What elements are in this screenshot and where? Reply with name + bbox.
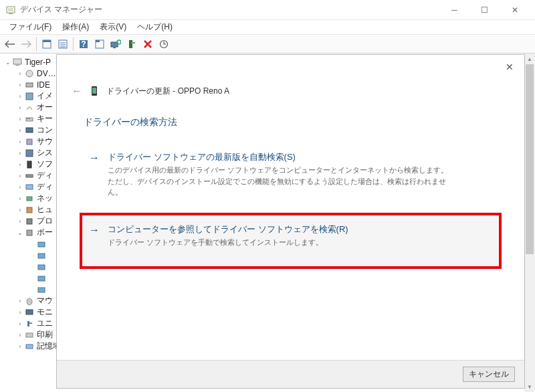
- svg-rect-47: [26, 345, 33, 349]
- details-icon[interactable]: [39, 37, 54, 52]
- caret-icon[interactable]: ›: [16, 161, 24, 168]
- cancel-button[interactable]: キャンセル: [463, 367, 515, 382]
- device-category-icon: [24, 114, 35, 124]
- dialog-title: ドライバーの更新 - OPPO Reno A: [106, 86, 229, 97]
- computer-icon: [12, 57, 23, 68]
- svg-point-21: [26, 70, 33, 77]
- tree-item-label: イメ: [37, 90, 53, 102]
- svg-rect-12: [96, 40, 100, 42]
- device-category-icon: [24, 91, 35, 102]
- option-auto-desc: このデバイス用の最新のドライバー ソフトウェアをコンピューターとインターネットか…: [108, 165, 449, 198]
- help-icon[interactable]: ?: [76, 37, 91, 52]
- caret-icon[interactable]: ›: [16, 332, 24, 338]
- back-icon[interactable]: [3, 37, 17, 52]
- caret-icon[interactable]: ›: [16, 184, 24, 191]
- caret-icon[interactable]: ›: [16, 320, 24, 327]
- wizard-icon[interactable]: [124, 37, 139, 52]
- menu-action[interactable]: 操作(A): [57, 20, 94, 34]
- caret-down-icon[interactable]: ⌄: [4, 59, 12, 66]
- scrollbar-thumb[interactable]: [526, 64, 534, 254]
- caret-icon[interactable]: ›: [16, 127, 24, 134]
- device-category-icon: [24, 102, 35, 113]
- svg-rect-34: [27, 207, 32, 213]
- tree-item-label: ネッ: [37, 193, 53, 204]
- caret-icon[interactable]: ›: [16, 93, 24, 100]
- dialog-heading: ドライバーの検索方法: [84, 116, 498, 128]
- svg-rect-46: [26, 333, 33, 337]
- svg-rect-41: [38, 288, 45, 292]
- scrollbar-track[interactable]: [524, 64, 535, 381]
- scroll-down-icon[interactable]: ▼: [524, 381, 535, 392]
- caret-icon[interactable]: ›: [16, 138, 24, 145]
- caret-icon[interactable]: ›: [16, 195, 24, 202]
- svg-rect-17: [131, 42, 135, 43]
- caret-icon[interactable]: ›: [16, 298, 24, 304]
- dialog-close-button[interactable]: ✕: [503, 60, 516, 74]
- caret-icon[interactable]: ›: [16, 173, 24, 179]
- svg-rect-43: [26, 310, 33, 314]
- tree-item-label: IDE: [37, 80, 50, 90]
- svg-rect-40: [38, 276, 45, 281]
- svg-rect-39: [38, 265, 45, 270]
- svg-rect-2: [8, 8, 13, 11]
- caret-icon[interactable]: ›: [16, 150, 24, 157]
- option-auto-search[interactable]: → ドライバー ソフトウェアの最新版を自動検索(S) このデバイス用の最新のドラ…: [84, 144, 498, 205]
- svg-rect-19: [13, 59, 21, 64]
- option-browse-desc: ドライバー ソフトウェアを手動で検索してインストールします。: [108, 237, 348, 248]
- svg-rect-30: [27, 161, 31, 168]
- scroll-up-icon[interactable]: ▲: [524, 54, 535, 64]
- forward-icon[interactable]: [19, 37, 33, 52]
- caret-icon[interactable]: ›: [16, 104, 24, 111]
- caret-icon[interactable]: ›: [16, 309, 24, 316]
- svg-rect-28: [27, 139, 32, 144]
- properties-icon[interactable]: [92, 37, 107, 52]
- svg-rect-45: [29, 322, 32, 324]
- svg-point-42: [27, 298, 32, 305]
- caret-icon[interactable]: ›: [16, 116, 24, 122]
- caret-icon[interactable]: ›: [16, 207, 24, 213]
- svg-rect-23: [26, 93, 33, 100]
- port-icon: [36, 284, 47, 295]
- device-category-icon: [24, 148, 35, 159]
- device-category-icon: [24, 125, 35, 136]
- option-browse-title: コンピューターを参照してドライバー ソフトウェアを検索(R): [108, 223, 348, 235]
- menu-help[interactable]: ヘルプ(H): [132, 20, 178, 34]
- device-category-icon: [24, 318, 35, 329]
- caret-icon[interactable]: ›: [16, 82, 24, 88]
- device-category-icon: [24, 193, 35, 204]
- svg-rect-16: [129, 40, 132, 48]
- update-icon[interactable]: [156, 37, 171, 52]
- tree-item-label: サウ: [37, 136, 53, 147]
- window-title: デバイス マネージャー: [20, 4, 439, 15]
- scrollbar[interactable]: ▲ ▼: [524, 54, 535, 392]
- maximize-button[interactable]: ☐: [469, 0, 500, 20]
- device-category-icon: [24, 307, 35, 318]
- menu-file[interactable]: ファイル(F): [4, 20, 57, 34]
- scan-icon[interactable]: [108, 37, 123, 52]
- tree-item-label: ヒュ: [37, 204, 53, 215]
- minimize-button[interactable]: ─: [439, 0, 469, 20]
- menu-view[interactable]: 表示(V): [94, 20, 132, 34]
- device-category-icon: [24, 227, 35, 238]
- dialog-footer: キャンセル: [57, 360, 524, 388]
- caret-icon[interactable]: ›: [16, 70, 24, 77]
- option-auto-title: ドライバー ソフトウェアの最新版を自動検索(S): [108, 151, 449, 163]
- svg-text:?: ?: [81, 39, 86, 49]
- caret-icon[interactable]: ⌄: [16, 229, 24, 236]
- device-category-icon: [24, 171, 35, 181]
- tree-item-label: 印刷: [37, 329, 53, 340]
- caret-icon[interactable]: ›: [16, 343, 24, 350]
- svg-rect-27: [26, 128, 33, 132]
- option-browse-computer[interactable]: → コンピューターを参照してドライバー ソフトウェアを検索(R) ドライバー ソ…: [80, 213, 502, 270]
- driver-update-dialog: ✕ ← ドライバーの更新 - OPPO Reno A ドライバーの検索方法 → …: [57, 55, 524, 388]
- arrow-right-icon: →: [89, 223, 100, 248]
- tree-item-label: キー: [37, 113, 53, 124]
- dialog-back-button[interactable]: ←: [69, 83, 85, 99]
- tree-item-label: プロ: [37, 215, 53, 227]
- device-icon: [90, 86, 101, 96]
- tree-item-label: コン: [37, 124, 53, 136]
- close-button[interactable]: ✕: [500, 0, 530, 20]
- caret-icon[interactable]: ›: [16, 218, 24, 225]
- list-icon[interactable]: [56, 37, 70, 52]
- uninstall-icon[interactable]: [140, 37, 155, 52]
